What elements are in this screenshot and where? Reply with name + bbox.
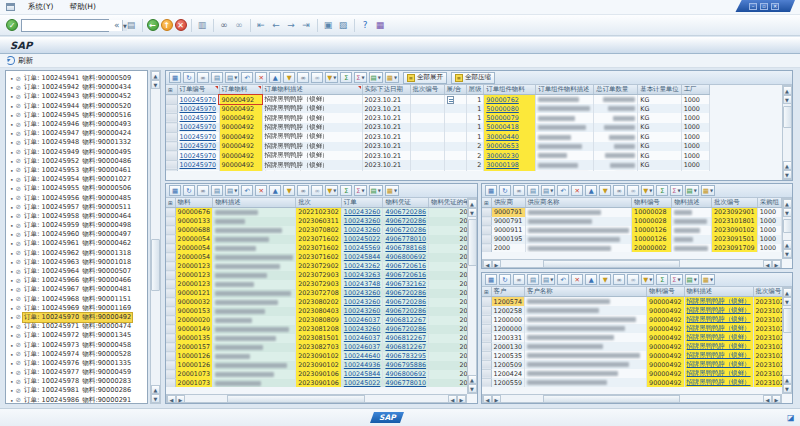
- tree-item-order-100245973[interactable]: •⊘订单: 100245973物料:90000458: [6, 340, 147, 349]
- refresh-icon[interactable]: ↻: [183, 72, 195, 83]
- batch-number-cell[interactable]: 2023102201: [753, 324, 782, 333]
- batch-cell[interactable]: 2023081501: [296, 334, 342, 343]
- find-next-icon[interactable]: ∞: [233, 19, 246, 32]
- order-cell[interactable]: 100245022: [341, 379, 383, 388]
- row-selector[interactable]: [166, 280, 175, 289]
- scroll-right-icon[interactable]: ▶: [176, 395, 185, 403]
- filter-menu-icon[interactable]: ▼▼: [641, 274, 654, 285]
- scroll-down-icon[interactable]: ▼: [468, 384, 477, 393]
- order-cell[interactable]: 100245569: [341, 244, 383, 253]
- batch-number-cell[interactable]: 2023090102: [712, 226, 758, 235]
- delete-icon[interactable]: ✕: [571, 185, 583, 196]
- order-cell[interactable]: 100246037: [341, 334, 383, 343]
- first-page-icon[interactable]: ⇤: [255, 19, 268, 32]
- cancel-icon[interactable]: ✕: [175, 19, 187, 31]
- search-icon[interactable]: ∞: [297, 185, 309, 196]
- tree-item-order-100245971[interactable]: •⊘订单: 100245971物料:90000474: [6, 322, 147, 331]
- expand-collapse-cell[interactable]: [444, 151, 466, 160]
- row-selector[interactable]: [166, 208, 175, 217]
- material-cell[interactable]: 90000688: [175, 226, 213, 235]
- row-selector[interactable]: [166, 160, 177, 169]
- layout-menu-icon[interactable]: ▦▼: [385, 72, 399, 83]
- batch-cell[interactable]: 2023090106: [296, 379, 342, 388]
- scroll-up-icon[interactable]: ▲: [468, 199, 477, 208]
- batch-cell[interactable]: 2023071602: [296, 253, 342, 262]
- row-selector[interactable]: [166, 379, 175, 388]
- customer-cell[interactable]: 1200559: [491, 378, 524, 387]
- row-selector[interactable]: [482, 306, 491, 315]
- row-selector[interactable]: [166, 271, 175, 280]
- batch-number-cell[interactable]: 2023092901: [712, 208, 758, 217]
- select-all-header[interactable]: ⊞: [482, 198, 491, 208]
- scroll-left-icon[interactable]: ◀: [167, 395, 176, 403]
- tree-item-order-100245978[interactable]: •⊘订单: 100245978物料:90000283: [6, 377, 147, 386]
- row-selector[interactable]: [166, 343, 175, 352]
- scrollbar-thumb[interactable]: [783, 106, 792, 128]
- export-menu-icon[interactable]: ▤▼: [369, 72, 383, 83]
- scroll-left-icon[interactable]: ◀: [483, 395, 492, 403]
- filter-icon[interactable]: ▼: [283, 185, 295, 196]
- batch-cell[interactable]: 2023072903: [296, 280, 342, 289]
- customers-grid-column-header[interactable]: 物料编号: [647, 287, 685, 297]
- orders-grid-column-header[interactable]: 实际下达日期: [362, 85, 410, 95]
- material-cell[interactable]: 90000121: [175, 289, 213, 298]
- scrollbar-thumb[interactable]: [783, 219, 792, 233]
- customer-cell[interactable]: 1200424: [491, 369, 524, 378]
- batch-cell[interactable]: 2023090102: [296, 361, 342, 370]
- row-selector[interactable]: [482, 226, 491, 235]
- material-doc-cell[interactable]: 4906720286: [383, 208, 429, 217]
- orders-grid-column-header[interactable]: 层级: [466, 85, 484, 95]
- tree-item-order-100245946[interactable]: •⊘订单: 100245946物料:90000493: [6, 120, 147, 129]
- batch-number-cell[interactable]: 2023091709: [712, 244, 758, 253]
- order-material-cell[interactable]: 90000492: [219, 142, 262, 151]
- order-material-cell[interactable]: 90000492: [219, 95, 262, 105]
- system-menu-icon[interactable]: [6, 3, 15, 11]
- scroll-down-icon[interactable]: ▼: [151, 80, 160, 89]
- order-cell[interactable]: 100243263: [341, 271, 383, 280]
- material-desc-cell[interactable]: 招牌黑鸭鸭脖（锁鲜）: [684, 324, 753, 333]
- row-selector[interactable]: [166, 244, 175, 253]
- row-selector[interactable]: [166, 142, 177, 151]
- undo-icon[interactable]: ↶: [557, 185, 569, 196]
- supplier-cell[interactable]: 9000791: [491, 217, 525, 226]
- material-desc-cell[interactable]: 招牌黑鸭鸭脖（锁鲜）: [684, 333, 753, 342]
- batch-cell[interactable]: 2023071602: [296, 235, 342, 244]
- supplier-cell[interactable]: 9000911: [491, 226, 525, 235]
- row-selector[interactable]: [482, 369, 491, 378]
- batch-cell[interactable]: 2023071602: [296, 244, 342, 253]
- row-selector[interactable]: [166, 226, 175, 235]
- enter-icon[interactable]: ✓: [6, 19, 18, 31]
- component-material-cell[interactable]: 50000418: [484, 123, 536, 132]
- orders-grid-column-header[interactable]: 工厂: [681, 85, 709, 95]
- scroll-up-icon[interactable]: ▲: [151, 71, 160, 80]
- orders-grid-column-header[interactable]: 订单编号: [177, 85, 219, 95]
- material-number-cell[interactable]: 90000492: [647, 369, 685, 378]
- order-cell[interactable]: 100246037: [341, 343, 383, 352]
- select-all-header[interactable]: ⊞: [482, 287, 491, 297]
- batch-number-cell[interactable]: 2023102201: [753, 369, 782, 378]
- material-cell[interactable]: 90000133: [175, 217, 213, 226]
- connection-status-icon[interactable]: ◪: [787, 414, 795, 422]
- orders-grid-column-header[interactable]: 批次编号: [410, 85, 444, 95]
- tree-scrollbar[interactable]: ▲▼▲▼: [150, 70, 161, 404]
- tree-item-order-100245947[interactable]: •⊘订单: 100245947物料:90000424: [6, 129, 147, 138]
- batch-cell[interactable]: 2023060311: [296, 217, 342, 226]
- find-icon[interactable]: ∞: [513, 274, 525, 285]
- batch-cell[interactable]: 2023072902: [296, 262, 342, 271]
- batch-cell[interactable]: 2023072708: [296, 289, 342, 298]
- order-material-cell[interactable]: 90000492: [219, 123, 262, 132]
- row-selector[interactable]: [482, 244, 491, 253]
- scroll-right-icon[interactable]: ▶: [457, 395, 466, 403]
- order-material-cell[interactable]: 90000492: [219, 170, 262, 171]
- order-number-cell[interactable]: 100245970: [177, 151, 219, 160]
- orders-grid-column-header[interactable]: 订单组件物料描述: [536, 85, 594, 95]
- tree-item-order-100245952[interactable]: •⊘订单: 100245952物料:90000486: [6, 157, 147, 166]
- tree-item-order-100245959[interactable]: •⊘订单: 100245959物料:90000498: [6, 221, 147, 230]
- order-cell[interactable]: 100244640: [341, 352, 383, 361]
- details-icon[interactable]: ▦: [169, 185, 181, 196]
- back-icon[interactable]: ←: [147, 19, 159, 31]
- expand-collapse-cell[interactable]: [444, 123, 466, 132]
- material-doc-cell[interactable]: 4906720616: [383, 271, 429, 280]
- customers-grid-vscrollbar[interactable]: ▲▼▲▼: [782, 287, 792, 394]
- copy-menu-icon[interactable]: ▤▼: [541, 185, 555, 196]
